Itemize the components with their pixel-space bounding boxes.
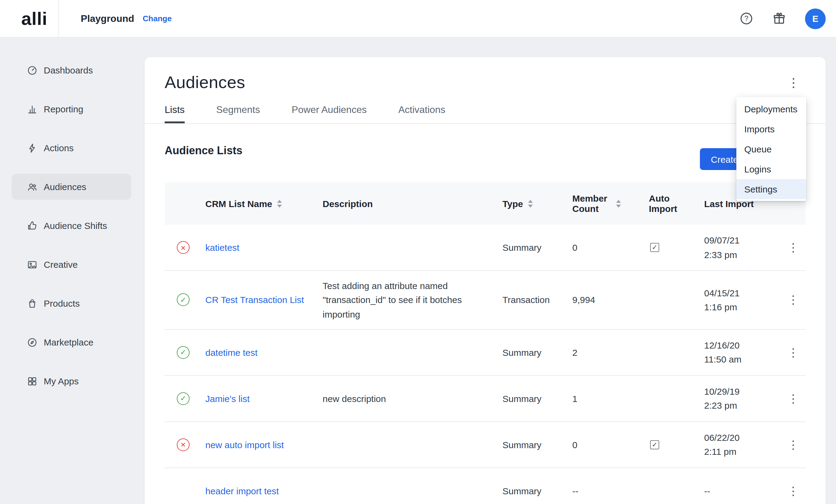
products-icon: [27, 298, 38, 309]
auto-import-checkbox[interactable]: ✓: [650, 440, 659, 449]
user-avatar[interactable]: E: [805, 8, 826, 29]
audiences-icon: [27, 181, 38, 192]
sidebar: DashboardsReportingActionsAudiencesAudie…: [0, 38, 145, 504]
page-kebab-menu-button[interactable]: ⋮: [781, 73, 805, 92]
last-import: 12/16/2011:50 am: [704, 338, 786, 366]
row-menu-button[interactable]: ⋮: [786, 482, 808, 500]
sidebar-item-products[interactable]: Products: [12, 290, 131, 316]
section-title: Audience Lists: [165, 144, 242, 157]
status-cell: ×: [165, 439, 205, 451]
menu-item-queue[interactable]: Queue: [736, 139, 806, 159]
row-menu-button[interactable]: ⋮: [786, 343, 808, 361]
sort-icon[interactable]: [528, 199, 533, 207]
list-name-cell: header import test: [205, 484, 323, 498]
auto-import-cell: ✓: [649, 440, 704, 449]
table-row: ✓datetime testSummary212/16/2011:50 am⋮: [165, 330, 805, 376]
actions-icon: [27, 142, 38, 153]
auto-import-checkbox[interactable]: ✓: [650, 243, 659, 252]
sidebar-item-dashboards[interactable]: Dashboards: [12, 57, 131, 83]
column-auto-import: Auto Import: [649, 193, 704, 214]
sidebar-item-my-apps[interactable]: My Apps: [12, 368, 131, 394]
list-type: Summary: [502, 438, 572, 452]
creative-icon: [27, 259, 38, 270]
row-menu-button[interactable]: ⋮: [786, 239, 808, 256]
gift-icon[interactable]: [772, 12, 786, 25]
sidebar-item-actions[interactable]: Actions: [12, 135, 131, 161]
table-row: ×katietestSummary0✓09/07/212:33 pm⋮: [165, 225, 805, 271]
menu-item-imports[interactable]: Imports: [736, 119, 806, 139]
sidebar-item-creative[interactable]: Creative: [12, 251, 131, 277]
row-menu-button[interactable]: ⋮: [786, 436, 808, 453]
table-row: ✓CR Test Transaction ListTest adding an …: [165, 271, 805, 330]
row-menu-button[interactable]: ⋮: [786, 291, 808, 309]
tab-activations[interactable]: Activations: [398, 104, 445, 123]
table-row: header import testSummary----⋮: [165, 468, 805, 504]
column-crm-list-name[interactable]: CRM List Name: [205, 198, 323, 209]
row-menu-button[interactable]: ⋮: [786, 390, 808, 407]
list-description: Test adding an attribute named "transact…: [323, 279, 502, 321]
status-cell: ✓: [165, 392, 205, 405]
marketplace-icon: [27, 337, 38, 348]
sidebar-item-audience-shifts[interactable]: Audience Shifts: [12, 213, 131, 239]
member-count: 2: [572, 345, 649, 360]
list-name-cell: katietest: [205, 240, 323, 255]
auto-import-cell: ✓: [649, 243, 704, 252]
error-status-icon: ×: [177, 241, 190, 254]
column-type[interactable]: Type: [502, 198, 572, 209]
member-count: 0: [572, 438, 649, 452]
app-logo[interactable]: alli: [21, 8, 48, 29]
change-workspace-link[interactable]: Change: [143, 14, 172, 23]
list-name-link[interactable]: new auto import list: [205, 439, 284, 450]
divider: [58, 0, 59, 37]
last-import: --: [704, 484, 786, 498]
list-name-cell: new auto import list: [205, 438, 323, 452]
success-status-icon: ✓: [177, 346, 190, 359]
menu-item-logins[interactable]: Logins: [736, 159, 806, 179]
last-import: 06/22/202:11 pm: [704, 430, 786, 459]
sidebar-item-audiences[interactable]: Audiences: [12, 174, 131, 200]
list-description: new description: [323, 391, 502, 406]
list-name-cell: CR Test Transaction List: [205, 293, 323, 307]
dashboard-icon: [27, 65, 38, 76]
help-icon[interactable]: ?: [739, 12, 753, 25]
list-type: Summary: [502, 391, 572, 406]
page-title: Audiences: [165, 73, 245, 92]
list-type: Summary: [502, 345, 572, 360]
last-import: 04/15/211:16 pm: [704, 286, 786, 314]
audience-lists-table: CRM List Name Description Type Member Co…: [165, 182, 805, 504]
top-bar: alli Playground Change ? E: [0, 0, 836, 38]
success-status-icon: ✓: [177, 294, 190, 306]
sort-icon[interactable]: [616, 199, 621, 207]
column-member-count[interactable]: Member Count: [572, 193, 649, 214]
tab-lists[interactable]: Lists: [165, 104, 185, 123]
list-name-link[interactable]: katietest: [205, 242, 240, 253]
sidebar-item-label: Reporting: [44, 104, 83, 114]
sidebar-item-label: Audience Shifts: [44, 220, 107, 231]
table-row: ✓Jamie's listnew descriptionSummary110/2…: [165, 376, 805, 422]
list-name-cell: Jamie's list: [205, 391, 323, 406]
sidebar-item-label: Products: [44, 298, 80, 309]
tab-power-audiences[interactable]: Power Audiences: [292, 104, 367, 123]
status-cell: ✓: [165, 346, 205, 359]
table-row: ×new auto import listSummary0✓06/22/202:…: [165, 422, 805, 468]
sidebar-item-label: Dashboards: [44, 65, 93, 75]
status-cell: ✓: [165, 294, 205, 306]
member-count: 9,994: [572, 293, 649, 307]
sidebar-item-marketplace[interactable]: Marketplace: [12, 329, 131, 355]
menu-item-deployments[interactable]: Deployments: [736, 99, 806, 119]
list-type: Summary: [502, 240, 572, 255]
sidebar-item-reporting[interactable]: Reporting: [12, 96, 131, 122]
list-name-link[interactable]: header import test: [205, 485, 279, 496]
sort-icon[interactable]: [277, 199, 282, 207]
sidebar-item-label: Audiences: [44, 181, 86, 192]
tab-segments[interactable]: Segments: [216, 104, 260, 123]
tabs: ListsSegmentsPower AudiencesActivations: [145, 104, 826, 124]
error-status-icon: ×: [177, 439, 190, 451]
list-name-link[interactable]: CR Test Transaction List: [205, 295, 304, 305]
workspace-name: Playground: [81, 13, 134, 24]
list-type: Transaction: [502, 293, 572, 307]
list-name-link[interactable]: Jamie's list: [205, 393, 250, 404]
list-name-cell: datetime test: [205, 345, 323, 360]
list-name-link[interactable]: datetime test: [205, 347, 258, 357]
menu-item-settings[interactable]: Settings: [736, 179, 806, 199]
